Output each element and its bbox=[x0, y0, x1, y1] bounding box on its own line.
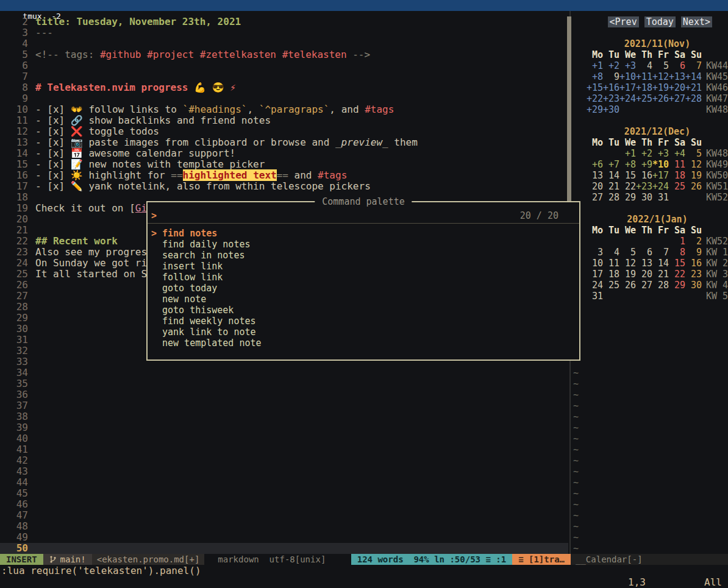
calendar-day[interactable]: 20 bbox=[587, 181, 603, 192]
calendar-day[interactable]: 3 bbox=[587, 247, 603, 258]
calendar-day[interactable]: +24 bbox=[652, 181, 669, 192]
calendar-day[interactable]: 9 bbox=[685, 247, 702, 258]
palette-item[interactable]: find daily notes bbox=[148, 239, 579, 250]
calendar-day[interactable]: +26 bbox=[652, 93, 669, 104]
editor-line[interactable]: 8# Telekasten.nvim progress 💪 😎 ⚡ bbox=[0, 82, 568, 93]
calendar-day[interactable]: 6 bbox=[669, 60, 685, 71]
calendar-day[interactable]: 13 bbox=[587, 170, 603, 181]
calendar-day[interactable]: 28 bbox=[603, 192, 619, 203]
calendar-day[interactable]: *10 bbox=[652, 159, 669, 170]
calendar-day[interactable]: 26 bbox=[619, 280, 636, 291]
calendar-day[interactable]: 18 bbox=[603, 269, 619, 280]
editor-line[interactable]: 38 bbox=[0, 411, 568, 422]
scrollbar-thumb[interactable] bbox=[567, 16, 571, 201]
editor-line[interactable]: 44 bbox=[0, 477, 568, 488]
calendar-day[interactable]: 30 bbox=[685, 280, 702, 291]
calendar-day[interactable]: 31 bbox=[587, 291, 603, 302]
calendar-day[interactable]: 25 bbox=[603, 280, 619, 291]
editor-line[interactable]: 7 bbox=[0, 71, 568, 82]
calendar-day[interactable]: 20 bbox=[636, 269, 652, 280]
calendar-today-button[interactable]: Today bbox=[644, 16, 676, 27]
calendar-day[interactable]: +22 bbox=[587, 93, 603, 104]
calendar-prev-button[interactable]: <Prev bbox=[608, 16, 639, 27]
calendar-day[interactable]: +11 bbox=[636, 71, 652, 82]
calendar-day[interactable]: 8 bbox=[669, 247, 685, 258]
calendar-day[interactable]: 27 bbox=[587, 192, 603, 203]
editor-line[interactable]: 37 bbox=[0, 400, 568, 411]
calendar-day[interactable]: 2 bbox=[685, 236, 702, 247]
editor-line[interactable]: 42 bbox=[0, 455, 568, 466]
calendar-day[interactable]: +10 bbox=[619, 71, 636, 82]
calendar-day[interactable]: +2 bbox=[636, 148, 652, 159]
calendar-day[interactable]: +1 bbox=[587, 60, 603, 71]
calendar-day[interactable]: 25 bbox=[669, 181, 685, 192]
calendar-day[interactable]: 23 bbox=[685, 269, 702, 280]
palette-item[interactable]: insert link bbox=[148, 261, 579, 272]
editor-line[interactable]: 2title: Tuesday, November 23th, 2021 bbox=[0, 16, 568, 27]
palette-item[interactable]: yank link to note bbox=[148, 327, 579, 338]
calendar-day[interactable]: +13 bbox=[669, 71, 685, 82]
calendar-day[interactable]: +28 bbox=[685, 93, 702, 104]
calendar-next-button[interactable]: Next> bbox=[681, 16, 712, 27]
calendar-day[interactable]: +4 bbox=[669, 148, 685, 159]
palette-item[interactable]: follow link bbox=[148, 272, 579, 283]
editor-line[interactable]: 14- [x] 📅 awesome calendar support! bbox=[0, 148, 568, 159]
calendar-day[interactable]: 16 bbox=[685, 258, 702, 269]
calendar-day[interactable]: 15 bbox=[669, 258, 685, 269]
calendar-day[interactable]: 9 bbox=[603, 71, 619, 82]
calendar-day[interactable]: +6 bbox=[587, 159, 603, 170]
editor-line[interactable]: 6 bbox=[0, 60, 568, 71]
editor-line[interactable]: 36 bbox=[0, 389, 568, 400]
calendar-day[interactable]: +17 bbox=[619, 82, 636, 93]
calendar-day[interactable]: +29 bbox=[587, 104, 603, 115]
calendar-day[interactable]: +2 bbox=[603, 60, 619, 71]
calendar-day[interactable]: 21 bbox=[652, 269, 669, 280]
calendar-day[interactable]: +8 bbox=[587, 71, 603, 82]
calendar-day[interactable]: 4 bbox=[603, 247, 619, 258]
calendar-day[interactable]: +23 bbox=[603, 93, 619, 104]
calendar-day[interactable]: 31 bbox=[652, 192, 669, 203]
command-line[interactable]: :lua require('telekasten').panel() bbox=[0, 565, 728, 576]
editor-line[interactable]: 39 bbox=[0, 422, 568, 433]
calendar-day[interactable]: 17 bbox=[587, 269, 603, 280]
calendar-day[interactable]: 30 bbox=[636, 192, 652, 203]
calendar-day[interactable]: 22 bbox=[619, 181, 636, 192]
calendar-day[interactable]: 10 bbox=[587, 258, 603, 269]
calendar-day[interactable]: +1 bbox=[619, 148, 636, 159]
editor-line[interactable]: 41 bbox=[0, 444, 568, 455]
calendar-day[interactable]: 19 bbox=[685, 170, 702, 181]
calendar-day[interactable]: +14 bbox=[685, 71, 702, 82]
palette-item[interactable]: new templated note bbox=[148, 338, 579, 349]
editor-line[interactable]: 12- [x] ❌ toggle todos bbox=[0, 126, 568, 137]
palette-item[interactable]: goto thisweek bbox=[148, 305, 579, 316]
editor-line[interactable]: 47 bbox=[0, 510, 568, 521]
calendar-day[interactable]: 18 bbox=[669, 170, 685, 181]
calendar-day[interactable]: +16 bbox=[603, 82, 619, 93]
calendar-day[interactable]: +25 bbox=[636, 93, 652, 104]
calendar-day[interactable]: 7 bbox=[652, 247, 669, 258]
calendar-day[interactable]: 24 bbox=[587, 280, 603, 291]
calendar-day[interactable]: +30 bbox=[603, 104, 619, 115]
editor-line[interactable]: 48 bbox=[0, 521, 568, 532]
palette-item[interactable]: goto today bbox=[148, 283, 579, 294]
calendar-day[interactable]: +27 bbox=[669, 93, 685, 104]
calendar-day[interactable]: 5 bbox=[652, 60, 669, 71]
calendar-day[interactable]: 29 bbox=[619, 192, 636, 203]
calendar-day[interactable]: 5 bbox=[619, 247, 636, 258]
palette-prompt-input[interactable]: > 20 / 20 bbox=[148, 210, 579, 222]
editor-line[interactable]: 17- [x] ✏️ yank notelink, also from wthi… bbox=[0, 181, 568, 192]
calendar-window[interactable]: <Prev Today Next> 2021/11(Nov)MoTuWeThFr… bbox=[572, 11, 728, 554]
calendar-day[interactable]: +15 bbox=[587, 82, 603, 93]
calendar-day[interactable]: 22 bbox=[669, 269, 685, 280]
palette-item[interactable]: >find notes bbox=[148, 228, 579, 239]
calendar-day[interactable]: +8 bbox=[619, 159, 636, 170]
editor-line[interactable]: 16- [x] ☀️ highlight for ==highlighted t… bbox=[0, 170, 568, 181]
editor-line[interactable]: 15- [x] 📝 new notes with template picker bbox=[0, 159, 568, 170]
editor-line[interactable]: 46 bbox=[0, 499, 568, 510]
editor-line[interactable]: 5<!-- tags: #github #project #zettelkast… bbox=[0, 49, 568, 60]
calendar-day[interactable]: +23 bbox=[636, 181, 652, 192]
calendar-day[interactable]: +18 bbox=[636, 82, 652, 93]
editor-line[interactable]: 50 bbox=[0, 543, 568, 554]
calendar-day[interactable]: 19 bbox=[619, 269, 636, 280]
editor-line[interactable]: 10- [x] 👐 follow links to `#headings`, `… bbox=[0, 104, 568, 115]
